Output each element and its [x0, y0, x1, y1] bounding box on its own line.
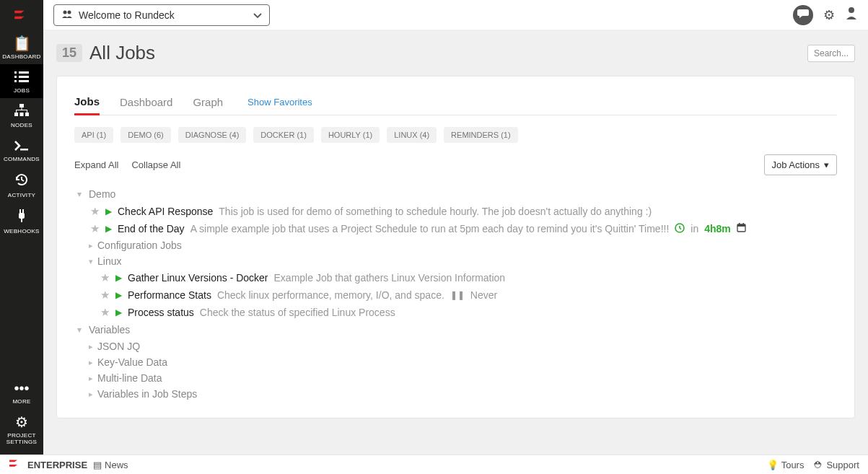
app-logo[interactable] — [0, 0, 43, 30]
sidebar-label: COMMANDS — [4, 156, 40, 162]
svg-rect-14 — [20, 149, 28, 151]
job-name-link[interactable]: Check API Response — [118, 206, 213, 217]
job-actions-button[interactable]: Job Actions ▾ — [764, 154, 838, 175]
tag-chip[interactable]: DEMO (6) — [120, 127, 171, 143]
run-job-button[interactable]: ▶ — [115, 307, 122, 317]
tag-chip[interactable]: DOCKER (1) — [253, 127, 314, 143]
chevron-right-icon: ▸ — [89, 374, 93, 383]
project-picker-title: Welcome to Rundeck — [79, 9, 175, 21]
calendar-icon — [737, 223, 746, 234]
sidebar-label: NODES — [11, 122, 32, 128]
svg-rect-11 — [16, 110, 27, 110]
group-multi-line-data[interactable]: ▸ Multi-line Data — [74, 370, 837, 386]
favorite-star[interactable]: ★ — [90, 222, 100, 235]
run-job-button[interactable]: ▶ — [105, 224, 112, 234]
tab-dashboard[interactable]: Dashboard — [120, 90, 172, 114]
sidebar-item-jobs[interactable]: JOBS — [0, 64, 43, 98]
schedule-time: 4h8m — [704, 223, 731, 234]
job-description: Example Job that gathers Linux Version I… — [274, 272, 506, 284]
svg-rect-1 — [19, 71, 29, 74]
clipboard-icon: 📋 — [13, 36, 31, 51]
collapse-all-link[interactable]: Collapse All — [131, 159, 180, 170]
sidebar-item-commands[interactable]: COMMANDS — [0, 133, 43, 167]
run-job-button[interactable]: ▶ — [105, 206, 112, 216]
sidebar-item-more[interactable]: ••• MORE — [0, 375, 43, 409]
sidebar-item-nodes[interactable]: NODES — [0, 98, 43, 133]
terminal-icon — [14, 139, 29, 153]
svg-point-20 — [68, 10, 71, 14]
svg-rect-18 — [21, 219, 22, 222]
svg-rect-26 — [742, 223, 744, 225]
group-demo[interactable]: ▾ Demo — [74, 185, 837, 203]
group-configuration-jobs[interactable]: ▸ Configuration Jobs — [74, 237, 837, 253]
group-key-value-data[interactable]: ▸ Key-Value Data — [74, 354, 837, 370]
chat-button[interactable] — [793, 5, 813, 25]
sidebar-item-project-settings[interactable]: ⚙ PROJECTSETTINGS — [0, 409, 43, 455]
sidebar-label: JOBS — [14, 87, 30, 94]
job-description: Check the status of specified Linux Proc… — [200, 307, 395, 318]
favorite-star[interactable]: ★ — [100, 289, 110, 302]
job-row: ★ ▶ Performance Stats Check linux perfor… — [74, 286, 837, 304]
chevron-down-icon: ▾ — [74, 189, 84, 199]
sidebar-item-dashboard[interactable]: 📋 DASHBOARD — [0, 30, 43, 64]
job-actions-label: Job Actions — [772, 159, 820, 170]
group-variables-in-job-steps[interactable]: ▸ Variables in Job Steps — [74, 386, 837, 402]
job-row: ★ ▶ Gather Linux Versions - Docker Examp… — [74, 269, 837, 286]
svg-point-19 — [63, 10, 67, 14]
tab-graph[interactable]: Graph — [193, 90, 223, 114]
svg-rect-15 — [19, 213, 25, 219]
chat-icon — [797, 9, 809, 22]
tab-jobs[interactable]: Jobs — [74, 89, 100, 115]
group-label: Multi-line Data — [97, 372, 162, 384]
job-name-link[interactable]: Gather Linux Versions - Docker — [128, 272, 268, 284]
job-name-link[interactable]: Process status — [128, 307, 194, 318]
plug-icon — [15, 209, 28, 225]
topbar: Welcome to Rundeck ⚙ — [43, 0, 868, 30]
job-name-link[interactable]: Performance Stats — [128, 289, 211, 301]
tag-chip[interactable]: HOURLY (1) — [321, 127, 380, 143]
sidebar-label: ACTIVITY — [8, 192, 35, 198]
project-picker[interactable]: Welcome to Rundeck — [53, 4, 270, 26]
sidebar-item-activity[interactable]: ACTIVITY — [0, 167, 43, 203]
run-job-button[interactable]: ▶ — [115, 273, 122, 283]
favorite-star[interactable]: ★ — [100, 306, 110, 319]
job-description: Check linux performance, memory, I/O, an… — [217, 289, 444, 301]
list-icon — [14, 70, 29, 84]
footer-tours-link[interactable]: 💡 Tours — [767, 460, 805, 470]
svg-rect-5 — [19, 80, 29, 82]
svg-rect-9 — [25, 113, 29, 116]
group-label: Configuration Jobs — [97, 240, 182, 251]
svg-rect-2 — [14, 76, 17, 78]
run-job-button[interactable]: ▶ — [115, 290, 122, 300]
settings-button[interactable]: ⚙ — [823, 7, 835, 23]
sidebar-item-webhooks[interactable]: WEBHOOKS — [0, 203, 43, 239]
footer-tours-label: Tours — [781, 460, 805, 470]
show-favorites-link[interactable]: Show Favorites — [247, 91, 312, 113]
footer: ENTERPRISE ▤ News 💡 Tours ⛑ Support — [0, 455, 868, 474]
chevron-right-icon: ▸ — [89, 358, 93, 367]
expand-all-link[interactable]: Expand All — [74, 159, 118, 170]
tag-chip[interactable]: DIAGNOSE (4) — [178, 127, 247, 143]
favorite-star[interactable]: ★ — [90, 205, 100, 218]
svg-rect-25 — [739, 223, 740, 225]
tag-chip[interactable]: REMINDERS (1) — [444, 127, 518, 143]
favorite-star[interactable]: ★ — [100, 271, 110, 284]
tag-chip[interactable]: LINUX (4) — [387, 127, 437, 143]
ellipsis-icon: ••• — [14, 381, 29, 395]
history-icon — [14, 172, 29, 189]
job-name-link[interactable]: End of the Day — [118, 223, 185, 234]
sitemap-icon — [14, 104, 29, 119]
group-variables[interactable]: ▾ Variables — [74, 321, 837, 338]
job-row: ★ ▶ End of the Day A simple example job … — [74, 220, 837, 237]
group-label: Variables in Job Steps — [97, 388, 197, 400]
footer-news-link[interactable]: ▤ News — [93, 460, 128, 470]
svg-rect-4 — [14, 80, 17, 82]
search-button[interactable]: Search... — [807, 45, 855, 62]
user-menu-button[interactable] — [845, 6, 858, 23]
footer-support-link[interactable]: ⛑ Support — [814, 460, 859, 470]
tag-chip[interactable]: API (1) — [74, 127, 113, 143]
group-json-jq[interactable]: ▸ JSON JQ — [74, 338, 837, 354]
user-icon — [845, 8, 858, 22]
group-label: JSON JQ — [97, 341, 140, 352]
group-linux[interactable]: ▾ Linux — [74, 253, 837, 269]
